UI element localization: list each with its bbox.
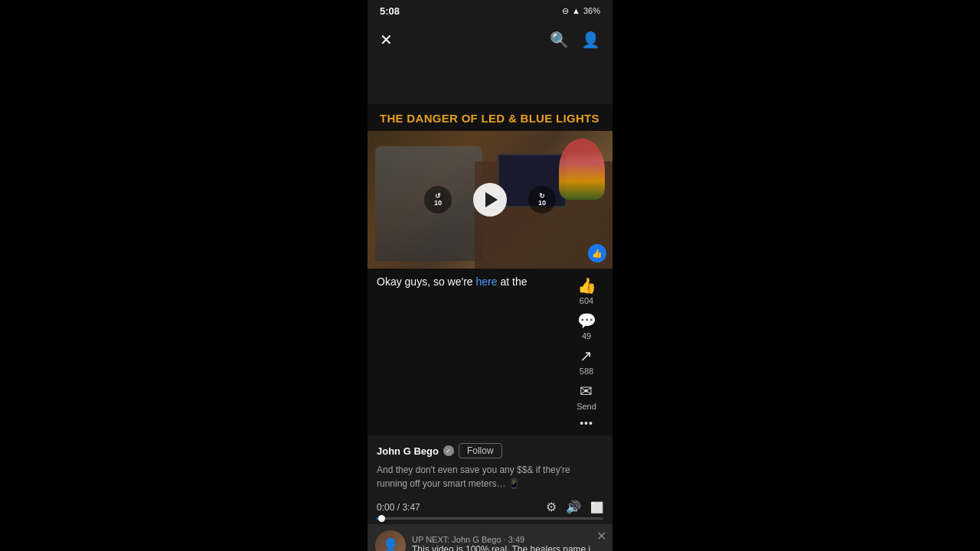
forward-label: ↻10: [538, 193, 546, 207]
search-icon[interactable]: 🔍: [550, 31, 569, 49]
comment-count: 49: [582, 331, 591, 341]
up-next-bar[interactable]: 👤 UP NEXT: John G Bego · 3:49 This video…: [368, 524, 612, 551]
rewind-button[interactable]: ↺10: [424, 186, 452, 214]
like-count: 604: [580, 296, 593, 305]
comment-action[interactable]: 💬 49: [577, 311, 596, 341]
status-time: 5:08: [380, 5, 400, 17]
send-action[interactable]: ✉ Send: [577, 382, 596, 411]
video-description: And they don't even save you any $$& if …: [377, 463, 603, 491]
volume-icon[interactable]: 🔊: [566, 500, 581, 514]
up-next-close-button[interactable]: ✕: [596, 529, 606, 543]
share-action[interactable]: ↗ 588: [580, 347, 593, 376]
up-next-title: This video is 100% real. The healers nam…: [412, 544, 605, 551]
caption-highlight: here: [476, 276, 498, 288]
settings-icon[interactable]: ⚙: [546, 500, 557, 514]
progress-area: 0:00 / 3:47 ⚙ 🔊 ⬜: [368, 497, 612, 524]
comment-icon: 💬: [577, 311, 596, 330]
top-bar: ✕ 🔍 👤: [368, 21, 612, 58]
caption-after: at the: [498, 276, 528, 288]
signal-icon: ⊖: [562, 6, 569, 16]
status-bar: 5:08 ⊖ ▲ 36%: [368, 0, 612, 21]
channel-row: John G Bego ✓ Follow: [377, 443, 603, 458]
wifi-icon: ▲: [572, 6, 580, 15]
content-area: THE DANGER OF LED & BLUE LIGHTS ↺10 ↻10: [368, 104, 612, 551]
side-actions: 👍 604 💬 49 ↗ 588 ✉ Send •••: [570, 275, 603, 429]
like-badge: 👍: [588, 244, 606, 262]
pip-icon[interactable]: ⬜: [590, 501, 603, 514]
dark-spacer: [368, 58, 612, 104]
video-controls: ↺10 ↻10: [424, 183, 556, 217]
caption-text: Okay guys, so we're here at the: [377, 275, 570, 290]
send-icon: ✉: [580, 382, 593, 400]
video-flowers: [559, 139, 605, 200]
up-next-label: UP NEXT: John G Bego · 3:49: [412, 535, 605, 544]
rewind-label: ↺10: [434, 193, 442, 207]
play-button[interactable]: [473, 183, 507, 217]
top-bar-right: 🔍 👤: [550, 31, 600, 49]
video-player[interactable]: ↺10 ↻10 👍: [368, 131, 612, 269]
caption-before: Okay guys, so we're: [377, 276, 476, 288]
battery-icon: 36%: [583, 6, 600, 15]
share-count: 588: [580, 367, 593, 376]
profile-icon[interactable]: 👤: [581, 31, 600, 49]
caption-text-wrap: Okay guys, so we're here at the: [377, 275, 570, 429]
follow-button[interactable]: Follow: [459, 443, 502, 458]
progress-dot: [378, 515, 385, 522]
send-label: Send: [577, 402, 596, 411]
channel-name: John G Bego: [377, 445, 439, 457]
video-title: THE DANGER OF LED & BLUE LIGHTS: [368, 104, 612, 131]
progress-time-row: 0:00 / 3:47 ⚙ 🔊 ⬜: [377, 500, 603, 514]
share-icon: ↗: [580, 347, 593, 365]
time-current: 0:00 / 3:47: [377, 502, 420, 513]
up-next-text: UP NEXT: John G Bego · 3:49 This video i…: [412, 535, 605, 551]
play-icon: [485, 192, 498, 207]
up-next-thumbnail: 👤: [375, 530, 406, 551]
more-icon: •••: [580, 417, 593, 429]
forward-button[interactable]: ↻10: [528, 186, 556, 214]
more-action[interactable]: •••: [580, 417, 593, 429]
like-action[interactable]: 👍 604: [577, 276, 596, 305]
close-icon[interactable]: ✕: [380, 31, 393, 49]
video-info-area: John G Bego ✓ Follow And they don't even…: [368, 435, 612, 497]
caption-area: Okay guys, so we're here at the 👍 604 💬 …: [368, 269, 612, 435]
progress-bar[interactable]: [377, 517, 603, 520]
like-icon: 👍: [592, 249, 603, 259]
progress-icons: ⚙ 🔊 ⬜: [546, 500, 603, 514]
like-action-icon: 👍: [577, 276, 596, 295]
verified-icon: ✓: [443, 445, 454, 456]
status-icons: ⊖ ▲ 36%: [562, 6, 600, 16]
